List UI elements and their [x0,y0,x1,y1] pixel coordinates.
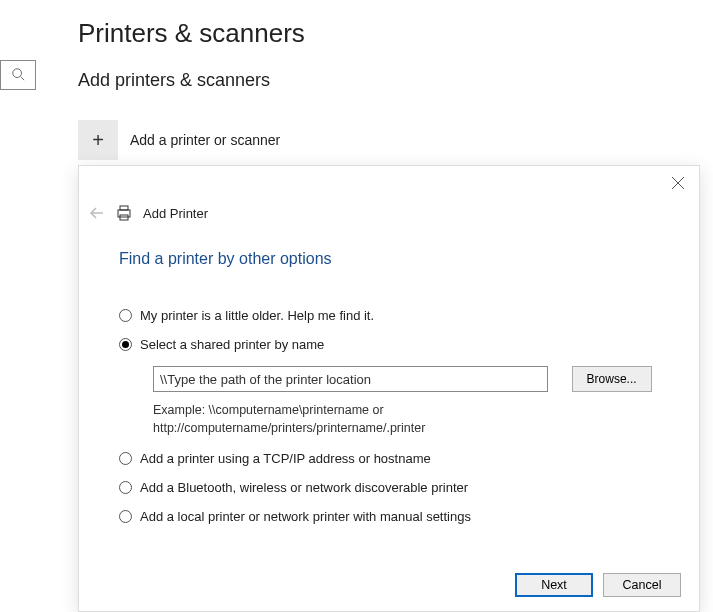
radio-bluetooth[interactable]: Add a Bluetooth, wireless or network dis… [119,480,669,495]
search-icon [11,67,25,84]
radio-label: Add a printer using a TCP/IP address or … [140,451,431,466]
printer-path-input[interactable] [153,366,548,392]
svg-point-0 [13,68,22,77]
search-box[interactable] [0,60,36,90]
radio-icon [119,452,132,465]
add-printer-label: Add a printer or scanner [130,132,280,148]
radio-label: My printer is a little older. Help me fi… [140,308,374,323]
radio-icon [119,309,132,322]
radio-tcpip[interactable]: Add a printer using a TCP/IP address or … [119,451,669,466]
printer-icon [115,204,133,222]
plus-icon: + [78,120,118,160]
radio-icon [119,481,132,494]
example-line2: http://computername/printers/printername… [153,421,425,435]
arrow-left-icon [89,209,105,224]
radio-shared-printer[interactable]: Select a shared printer by name [119,337,669,352]
svg-rect-6 [120,206,128,210]
radio-label: Add a local printer or network printer w… [140,509,471,524]
svg-line-1 [21,76,25,80]
close-icon [671,178,685,193]
radio-older-printer[interactable]: My printer is a little older. Help me fi… [119,308,669,323]
example-text: Example: \\computername\printername or h… [153,402,533,437]
radio-label: Select a shared printer by name [140,337,324,352]
page-title: Printers & scanners [78,18,305,49]
radio-label: Add a Bluetooth, wireless or network dis… [140,480,468,495]
radio-icon [119,338,132,351]
wizard-subtitle: Find a printer by other options [119,250,332,268]
radio-local[interactable]: Add a local printer or network printer w… [119,509,669,524]
example-line1: Example: \\computername\printername or [153,403,384,417]
browse-button[interactable]: Browse... [572,366,652,392]
cancel-button[interactable]: Cancel [603,573,681,597]
close-button[interactable] [671,176,685,190]
add-printer-row[interactable]: + Add a printer or scanner [78,120,280,160]
wizard-title: Add Printer [143,206,208,221]
section-title: Add printers & scanners [78,70,270,91]
add-printer-wizard: Add Printer Find a printer by other opti… [78,165,700,612]
next-button[interactable]: Next [515,573,593,597]
back-button[interactable] [89,205,105,221]
radio-icon [119,510,132,523]
